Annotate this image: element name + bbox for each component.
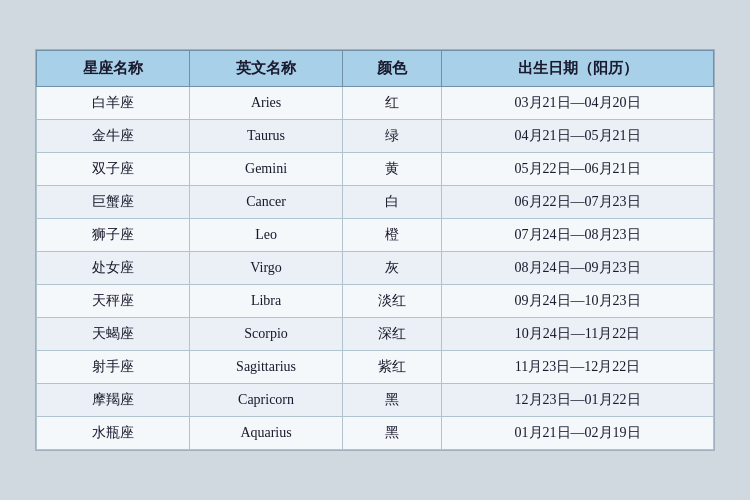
cell-chinese: 金牛座 (37, 120, 190, 153)
header-color: 颜色 (343, 51, 442, 87)
cell-english: Cancer (190, 186, 343, 219)
cell-dates: 03月21日—04月20日 (442, 87, 714, 120)
cell-dates: 08月24日—09月23日 (442, 252, 714, 285)
cell-color: 黄 (343, 153, 442, 186)
cell-chinese: 摩羯座 (37, 384, 190, 417)
cell-english: Gemini (190, 153, 343, 186)
cell-color: 绿 (343, 120, 442, 153)
cell-dates: 09月24日—10月23日 (442, 285, 714, 318)
cell-color: 紫红 (343, 351, 442, 384)
table-row: 金牛座Taurus绿04月21日—05月21日 (37, 120, 714, 153)
cell-dates: 12月23日—01月22日 (442, 384, 714, 417)
cell-english: Leo (190, 219, 343, 252)
header-english-name: 英文名称 (190, 51, 343, 87)
cell-color: 灰 (343, 252, 442, 285)
cell-english: Scorpio (190, 318, 343, 351)
header-chinese-name: 星座名称 (37, 51, 190, 87)
cell-chinese: 天蝎座 (37, 318, 190, 351)
cell-english: Taurus (190, 120, 343, 153)
cell-chinese: 水瓶座 (37, 417, 190, 450)
cell-dates: 06月22日—07月23日 (442, 186, 714, 219)
table-row: 处女座Virgo灰08月24日—09月23日 (37, 252, 714, 285)
cell-chinese: 白羊座 (37, 87, 190, 120)
cell-color: 白 (343, 186, 442, 219)
cell-color: 橙 (343, 219, 442, 252)
zodiac-table-container: 星座名称 英文名称 颜色 出生日期（阳历） 白羊座Aries红03月21日—04… (35, 49, 715, 451)
cell-chinese: 处女座 (37, 252, 190, 285)
table-body: 白羊座Aries红03月21日—04月20日金牛座Taurus绿04月21日—0… (37, 87, 714, 450)
cell-english: Aquarius (190, 417, 343, 450)
table-row: 狮子座Leo橙07月24日—08月23日 (37, 219, 714, 252)
cell-chinese: 射手座 (37, 351, 190, 384)
cell-chinese: 巨蟹座 (37, 186, 190, 219)
cell-color: 黑 (343, 384, 442, 417)
header-dates: 出生日期（阳历） (442, 51, 714, 87)
zodiac-table: 星座名称 英文名称 颜色 出生日期（阳历） 白羊座Aries红03月21日—04… (36, 50, 714, 450)
cell-english: Virgo (190, 252, 343, 285)
table-header-row: 星座名称 英文名称 颜色 出生日期（阳历） (37, 51, 714, 87)
table-row: 摩羯座Capricorn黑12月23日—01月22日 (37, 384, 714, 417)
cell-color: 黑 (343, 417, 442, 450)
cell-chinese: 天秤座 (37, 285, 190, 318)
table-row: 天秤座Libra淡红09月24日—10月23日 (37, 285, 714, 318)
cell-chinese: 双子座 (37, 153, 190, 186)
cell-english: Capricorn (190, 384, 343, 417)
table-row: 天蝎座Scorpio深红10月24日—11月22日 (37, 318, 714, 351)
table-row: 水瓶座Aquarius黑01月21日—02月19日 (37, 417, 714, 450)
cell-dates: 07月24日—08月23日 (442, 219, 714, 252)
table-row: 白羊座Aries红03月21日—04月20日 (37, 87, 714, 120)
cell-color: 红 (343, 87, 442, 120)
cell-dates: 05月22日—06月21日 (442, 153, 714, 186)
cell-english: Aries (190, 87, 343, 120)
table-row: 巨蟹座Cancer白06月22日—07月23日 (37, 186, 714, 219)
table-row: 射手座Sagittarius紫红11月23日—12月22日 (37, 351, 714, 384)
cell-english: Libra (190, 285, 343, 318)
cell-dates: 11月23日—12月22日 (442, 351, 714, 384)
table-row: 双子座Gemini黄05月22日—06月21日 (37, 153, 714, 186)
cell-dates: 01月21日—02月19日 (442, 417, 714, 450)
cell-color: 深红 (343, 318, 442, 351)
cell-dates: 04月21日—05月21日 (442, 120, 714, 153)
cell-english: Sagittarius (190, 351, 343, 384)
cell-dates: 10月24日—11月22日 (442, 318, 714, 351)
cell-color: 淡红 (343, 285, 442, 318)
cell-chinese: 狮子座 (37, 219, 190, 252)
